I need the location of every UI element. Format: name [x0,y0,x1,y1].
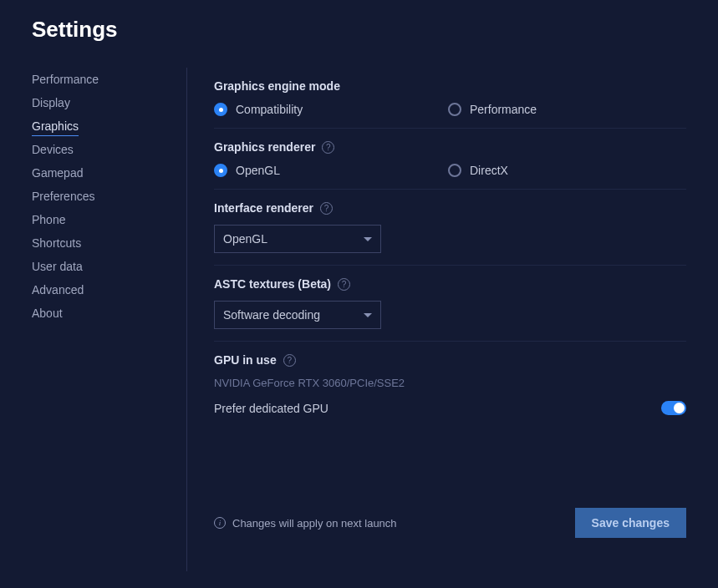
radio-label: Compatibility [236,103,303,116]
chevron-down-icon [364,313,372,317]
sidebar-item-user-data[interactable]: User data [32,255,186,278]
sidebar-item-graphics[interactable]: Graphics [32,114,186,138]
select-value: Software decoding [223,308,320,322]
sidebar-item-phone[interactable]: Phone [32,208,186,231]
help-icon[interactable]: ? [338,278,350,291]
prefer-gpu-toggle[interactable] [661,401,686,415]
astc-label: ASTC textures (Beta) ? [214,277,686,291]
radio-icon [448,103,461,116]
radio-directx[interactable]: DirectX [448,164,682,177]
sidebar-item-performance[interactable]: Performance [32,68,186,91]
sidebar-item-shortcuts[interactable]: Shortcuts [32,231,186,255]
help-icon[interactable]: ? [283,354,296,367]
section-astc: ASTC textures (Beta) ? Software decoding [214,266,686,342]
save-button[interactable]: Save changes [575,508,686,538]
radio-performance[interactable]: Performance [448,103,682,116]
radio-label: DirectX [470,164,508,177]
interface-renderer-label: Interface renderer ? [214,201,686,215]
radio-label: Performance [470,103,537,116]
prefer-gpu-label: Prefer dedicated GPU [214,402,328,415]
astc-select[interactable]: Software decoding [214,301,381,329]
prefer-gpu-row: Prefer dedicated GPU [214,401,686,415]
sidebar-item-preferences[interactable]: Preferences [32,185,186,208]
section-graphics-renderer: Graphics renderer ? OpenGL DirectX [214,129,686,190]
radio-compatibility[interactable]: Compatibility [214,103,448,116]
page-title: Settings [32,17,686,43]
gpu-label: GPU in use ? [214,353,686,367]
radio-icon [214,164,227,177]
select-value: OpenGL [223,232,267,246]
section-interface-renderer: Interface renderer ? OpenGL [214,190,686,266]
footer-message: i Changes will apply on next launch [214,517,397,530]
radio-label: OpenGL [236,164,280,177]
footer: i Changes will apply on next launch Save… [214,508,686,571]
sidebar-item-gamepad[interactable]: Gamepad [32,161,186,185]
sidebar-item-devices[interactable]: Devices [32,138,186,161]
help-icon[interactable]: ? [322,141,334,154]
section-graphics-engine: Graphics engine mode Compatibility Perfo… [214,68,686,129]
sidebar-item-display[interactable]: Display [32,91,186,114]
gpu-value: NVIDIA GeForce RTX 3060/PCIe/SSE2 [214,377,686,389]
graphics-engine-radios: Compatibility Performance [214,103,686,116]
radio-opengl[interactable]: OpenGL [214,164,448,177]
radio-icon [448,164,461,177]
main-panel: Graphics engine mode Compatibility Perfo… [187,68,686,571]
section-gpu: GPU in use ? NVIDIA GeForce RTX 3060/PCI… [214,342,686,427]
graphics-engine-label: Graphics engine mode [214,79,686,93]
chevron-down-icon [364,237,372,241]
graphics-renderer-label: Graphics renderer ? [214,140,686,154]
radio-icon [214,103,227,116]
interface-renderer-select[interactable]: OpenGL [214,225,381,253]
sidebar: Performance Display Graphics Devices Gam… [32,68,187,571]
sidebar-item-advanced[interactable]: Advanced [32,278,186,302]
help-icon[interactable]: ? [320,202,333,215]
graphics-renderer-radios: OpenGL DirectX [214,164,686,177]
info-icon: i [214,517,226,529]
sidebar-item-about[interactable]: About [32,302,186,325]
